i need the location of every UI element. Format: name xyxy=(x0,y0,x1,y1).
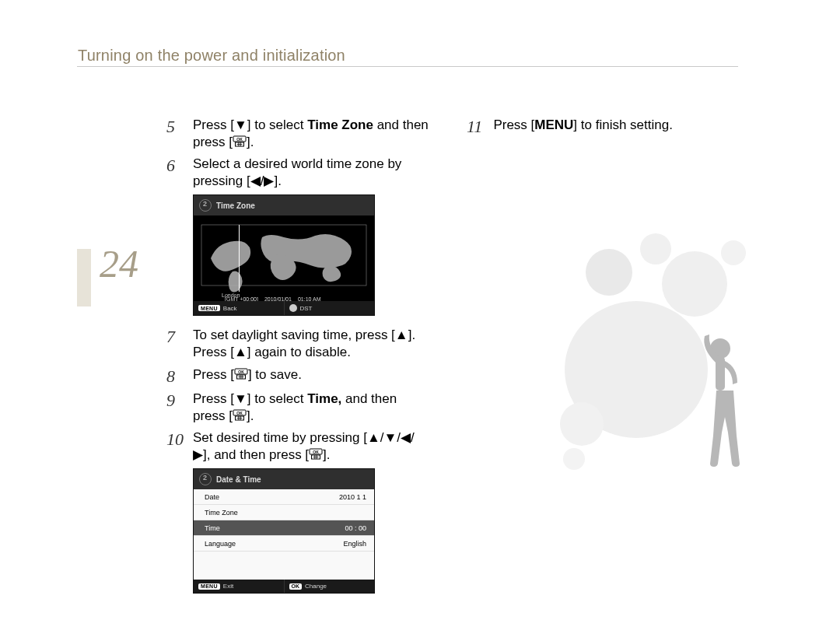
svg-text:OK: OK xyxy=(236,137,243,142)
side-thumb-tab xyxy=(77,249,91,306)
ok-icon: OK xyxy=(309,448,323,461)
step-number: 10 xyxy=(166,429,182,449)
step-number: 6 xyxy=(166,156,182,175)
lcd-bottom-bar: MENU Back DST xyxy=(194,301,374,315)
meridian-line xyxy=(239,225,240,292)
step-number: 11 xyxy=(467,117,482,136)
bar-exit[interactable]: MENU Exit xyxy=(194,580,285,593)
lcd-title-bar: Date & Time xyxy=(194,469,374,489)
step-10: 10 Set desired time by pressing [▲/▼/◀/▶… xyxy=(166,429,429,464)
step-text: Press [▼] to select Time Zone and then p… xyxy=(193,117,429,151)
world-map-display: London [GMT +00:00] 2010/01/01 01:10 AM xyxy=(194,215,374,301)
step-9: 9 Press [▼] to select Time, and then pre… xyxy=(166,391,429,425)
step-number: 9 xyxy=(166,391,182,410)
svg-text:OK: OK xyxy=(238,369,244,373)
decorative-figure xyxy=(535,218,792,545)
lcd-bottom-bar: MENU Exit OK Change xyxy=(194,580,374,593)
ok-badge-icon: OK xyxy=(289,583,303,590)
svg-rect-33 xyxy=(716,356,725,391)
lcd-title-bar: Time Zone xyxy=(194,195,374,215)
header-divider xyxy=(77,66,738,67)
gmt-offset: [GMT +00:00] xyxy=(225,296,258,302)
step-text: Select a desired world time zone by pres… xyxy=(193,156,429,190)
step-11: 11 Press [MENU] to finish setting. xyxy=(467,117,730,136)
time-readout: 01:10 AM xyxy=(298,296,321,302)
setting-row-date[interactable]: Date2010 1 1 xyxy=(194,489,374,505)
setting-row-time[interactable]: Time00 : 00 xyxy=(194,520,374,536)
step-text: Press [▼] to select Time, and then press… xyxy=(193,391,429,425)
left-column: 5 Press [▼] to select Time Zone and then… xyxy=(166,117,429,604)
svg-point-25 xyxy=(586,249,632,296)
step-8: 8 Press [OK] to save. xyxy=(166,366,429,386)
bar-change[interactable]: OK Change xyxy=(285,580,375,593)
date-readout: 2010/01/01 xyxy=(264,296,292,302)
setting-row-timezone[interactable]: Time Zone xyxy=(194,505,374,520)
menu-badge-icon: MENU xyxy=(198,583,220,590)
ok-icon: OK xyxy=(233,409,247,422)
step-5: 5 Press [▼] to select Time Zone and then… xyxy=(166,117,429,151)
step-6: 6 Select a desired world time zone by pr… xyxy=(166,156,429,190)
step-7: 7 To set daylight saving time, press [▲]… xyxy=(166,327,429,361)
lcd-datetime-panel: Date & Time Date2010 1 1 Time Zone Time0… xyxy=(193,468,375,594)
step-text: Press [OK] to save. xyxy=(193,366,302,384)
bar-dst[interactable]: DST xyxy=(285,301,375,315)
lcd-title-text: Time Zone xyxy=(216,201,255,210)
gear-icon xyxy=(199,199,212,212)
lcd-title-text: Date & Time xyxy=(216,475,261,484)
svg-text:OK: OK xyxy=(313,450,319,454)
step-number: 8 xyxy=(166,366,182,386)
step-text: Press [MENU] to finish setting. xyxy=(493,117,673,134)
ok-icon: OK xyxy=(233,135,247,148)
bar-back[interactable]: MENU Back xyxy=(194,301,285,315)
step-text: Set desired time by pressing [▲/▼/◀/▶], … xyxy=(193,429,429,464)
step-number: 7 xyxy=(166,327,182,346)
svg-point-26 xyxy=(640,233,671,264)
svg-point-27 xyxy=(662,251,727,317)
page-section-title: Turning on the power and initialization xyxy=(78,47,345,65)
svg-point-30 xyxy=(560,402,604,446)
svg-point-28 xyxy=(721,240,746,265)
step-number: 5 xyxy=(166,117,182,136)
dst-icon xyxy=(289,304,297,312)
settings-list: Date2010 1 1 Time Zone Time00 : 00 Langu… xyxy=(194,489,374,580)
lcd-timezone-panel: Time Zone London xyxy=(193,194,375,316)
menu-badge-icon: MENU xyxy=(198,305,220,311)
ok-icon: OK xyxy=(234,368,248,380)
setting-row-language[interactable]: LanguageEnglish xyxy=(194,536,374,552)
page-number: 24 xyxy=(100,241,138,286)
svg-point-31 xyxy=(563,448,585,470)
step-text: To set daylight saving time, press [▲]. … xyxy=(193,327,429,361)
svg-text:OK: OK xyxy=(236,411,243,415)
gear-icon xyxy=(199,473,212,485)
